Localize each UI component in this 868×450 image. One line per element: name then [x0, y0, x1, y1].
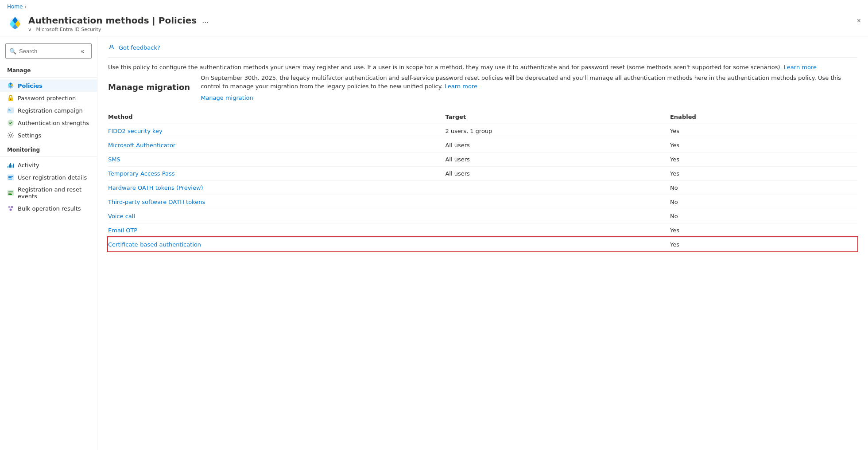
svg-rect-29	[8, 194, 12, 195]
policies-icon	[7, 82, 14, 89]
table-row: Microsoft AuthenticatorAll usersYes	[108, 138, 857, 152]
section-title: Manage migration	[108, 82, 190, 92]
sidebar-label-bulk-operation: Bulk operation results	[18, 205, 81, 212]
svg-rect-24	[8, 177, 12, 178]
sidebar-item-password-protection[interactable]: Password protection	[0, 92, 97, 104]
cell-method[interactable]: Third-party software OATH tokens	[108, 195, 445, 209]
svg-rect-21	[13, 164, 14, 168]
migration-desc: On September 30th, 2025, the legacy mult…	[201, 74, 857, 91]
manage-section-label: Manage	[0, 62, 97, 75]
sidebar-item-activity[interactable]: Activity	[0, 159, 97, 171]
cell-target	[445, 209, 670, 223]
policy-description: Use this policy to configure the authent…	[108, 57, 857, 72]
method-link[interactable]: Certificate-based authentication	[108, 241, 201, 248]
cell-target: All users	[445, 138, 670, 152]
method-link[interactable]: Voice call	[108, 213, 135, 219]
sidebar-item-authentication-strengths[interactable]: Authentication strengths	[0, 117, 97, 129]
method-link[interactable]: Temporary Access Pass	[108, 170, 174, 177]
manage-migration-link[interactable]: Manage migration	[201, 94, 253, 101]
sidebar-divider-monitoring	[0, 157, 97, 157]
method-link[interactable]: Third-party software OATH tokens	[108, 199, 205, 205]
svg-rect-13	[8, 109, 10, 110]
cell-enabled: No	[670, 195, 857, 209]
table-row: Voice callNo	[108, 209, 857, 223]
cell-method[interactable]: Voice call	[108, 209, 445, 223]
svg-rect-20	[12, 165, 12, 168]
learn-more-link-1[interactable]: Learn more	[784, 64, 817, 70]
svg-point-11	[10, 99, 12, 100]
col-header-target: Target	[445, 110, 670, 124]
cell-method[interactable]: Temporary Access Pass	[108, 166, 445, 180]
cell-enabled: Yes	[670, 223, 857, 237]
main-content: Got feedback? Use this policy to configu…	[97, 36, 868, 450]
cell-method[interactable]: Email OTP	[108, 223, 445, 237]
svg-rect-18	[9, 164, 10, 168]
cell-method[interactable]: Microsoft Authenticator	[108, 138, 445, 152]
feedback-label: Got feedback?	[119, 44, 160, 51]
svg-rect-23	[8, 176, 13, 177]
breadcrumb-home[interactable]: Home	[7, 4, 23, 10]
svg-rect-27	[8, 192, 13, 192]
sidebar-item-registration-reset[interactable]: Registration and reset events	[0, 184, 97, 202]
cell-target	[445, 237, 670, 251]
page-header-text: Authentication methods | Policies ... v …	[28, 15, 861, 32]
cell-enabled: Yes	[670, 237, 857, 251]
sidebar-item-registration-campaign[interactable]: Registration campaign	[0, 104, 97, 117]
monitoring-section-label: Monitoring	[0, 141, 97, 155]
password-protection-icon	[7, 94, 14, 102]
table-row: Email OTPYes	[108, 223, 857, 237]
svg-point-30	[8, 206, 11, 208]
cell-method[interactable]: Certificate-based authentication	[108, 237, 445, 251]
method-link[interactable]: Hardware OATH tokens (Preview)	[108, 184, 203, 191]
migration-content: On September 30th, 2025, the legacy mult…	[201, 74, 857, 101]
method-link[interactable]: Microsoft Authenticator	[108, 142, 175, 149]
table-row: Third-party software OATH tokensNo	[108, 195, 857, 209]
sidebar-item-policies[interactable]: Policies	[0, 79, 97, 92]
cell-enabled: Yes	[670, 166, 857, 180]
cell-enabled: Yes	[670, 138, 857, 152]
svg-rect-15	[8, 111, 11, 111]
page-title: Authentication methods | Policies ...	[28, 15, 861, 26]
sidebar-item-bulk-operation[interactable]: Bulk operation results	[0, 202, 97, 215]
cell-method[interactable]: FIDO2 security key	[108, 124, 445, 138]
bulk-operation-icon	[7, 205, 14, 212]
learn-more-link-2[interactable]: Learn more	[445, 83, 477, 90]
cell-method[interactable]: Hardware OATH tokens (Preview)	[108, 180, 445, 195]
cell-target	[445, 180, 670, 195]
ellipsis-button[interactable]: ...	[200, 16, 210, 24]
registration-reset-icon	[7, 189, 14, 196]
page-header: Authentication methods | Policies ... v …	[0, 13, 868, 36]
feedback-bar[interactable]: Got feedback?	[108, 43, 857, 52]
method-link[interactable]: Email OTP	[108, 227, 137, 234]
collapse-button[interactable]: «	[79, 46, 86, 56]
table-row: FIDO2 security key2 users, 1 groupYes	[108, 124, 857, 138]
cell-method[interactable]: SMS	[108, 152, 445, 166]
sidebar-label-password-protection: Password protection	[18, 95, 76, 102]
method-link[interactable]: FIDO2 security key	[108, 128, 163, 134]
cell-enabled: Yes	[670, 152, 857, 166]
close-button[interactable]: ×	[857, 17, 861, 25]
sidebar: 🔍 « Manage Policies Password prot	[0, 36, 97, 450]
breadcrumb-separator: ›	[24, 4, 27, 10]
methods-tbody: FIDO2 security key2 users, 1 groupYesMic…	[108, 124, 857, 251]
search-box[interactable]: 🔍 «	[5, 43, 92, 59]
search-input[interactable]	[19, 48, 76, 55]
registration-campaign-icon	[7, 107, 14, 114]
sidebar-item-settings[interactable]: Settings	[0, 129, 97, 141]
migration-title-col: Manage migration	[108, 74, 190, 101]
cell-enabled: Yes	[670, 124, 857, 138]
svg-rect-25	[8, 179, 12, 180]
cell-target: All users	[445, 152, 670, 166]
sidebar-item-user-registration[interactable]: User registration details	[0, 171, 97, 184]
svg-rect-19	[10, 163, 11, 168]
user-registration-icon	[7, 174, 14, 181]
svg-point-16	[10, 134, 12, 137]
table-row: Hardware OATH tokens (Preview)No	[108, 180, 857, 195]
svg-rect-28	[8, 193, 12, 194]
cell-target: All users	[445, 166, 670, 180]
cell-target	[445, 223, 670, 237]
cell-enabled: No	[670, 209, 857, 223]
svg-rect-17	[8, 166, 8, 168]
method-link[interactable]: SMS	[108, 156, 120, 163]
methods-table: Method Target Enabled FIDO2 security key…	[108, 110, 857, 252]
